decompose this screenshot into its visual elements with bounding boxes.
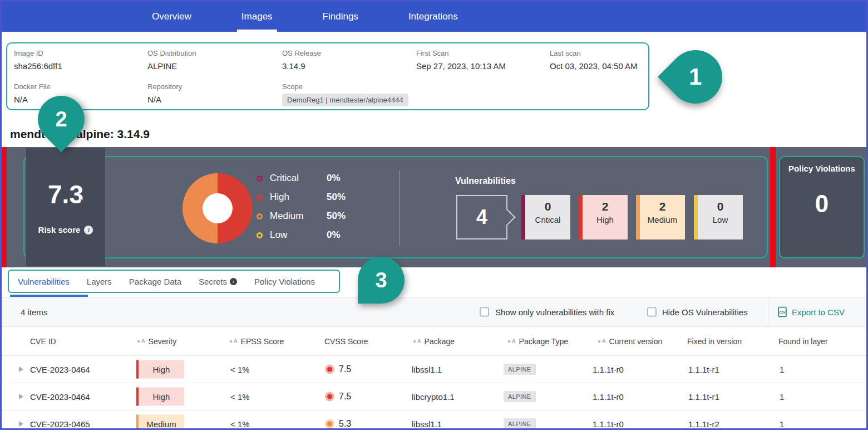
found-in-layer: 1 (780, 419, 784, 429)
row-expander-icon[interactable] (19, 367, 23, 372)
annotation-marker-1: 1 (658, 39, 733, 115)
fix-filter-checkbox[interactable] (480, 307, 489, 317)
items-count: 4 items (21, 307, 47, 317)
field-value: Oct 03, 2023, 04:50 AM (550, 61, 638, 71)
image-metadata-panel: Image ID sha256:6dff1 OS Distribution AL… (6, 42, 649, 110)
cve-id[interactable]: CVE-2023-0465 (30, 419, 90, 429)
field-value: N/A (147, 95, 182, 104)
filter-icon[interactable]: ▼A (507, 339, 516, 344)
legend-percent: 0% (327, 229, 341, 241)
risk-score-box: 7.3 Risk score i (26, 148, 105, 266)
severity-badge: Medium (136, 415, 184, 430)
col-current-version[interactable]: ▼A Current version (597, 337, 662, 346)
legend-label: Low (270, 229, 327, 241)
legend-label: Critical (270, 173, 327, 184)
found-in-layer: 1 (780, 365, 784, 374)
cve-id[interactable]: CVE-2023-0464 (30, 365, 90, 374)
detail-tabs: Vulnerabilities Layers Package Data Secr… (2, 267, 866, 297)
info-icon[interactable]: i (230, 278, 237, 285)
tab-policy-violations[interactable]: Policy Violations (254, 277, 315, 286)
risk-level-bar-right (770, 147, 776, 267)
nav-tab-overview[interactable]: Overview (152, 2, 191, 32)
legend-percent: 50% (327, 211, 346, 222)
risk-level-bar-left (2, 147, 7, 267)
tab-secrets-label: Secrets (199, 277, 227, 286)
export-csv-button[interactable]: CSV Export to CSV (777, 306, 845, 317)
field-scope: Scope DemoReg1 | mendtester/alpine4444 (282, 82, 408, 106)
field-label: Image ID (14, 49, 62, 57)
policy-violations-title: Policy Violations (780, 164, 864, 173)
os-filter-checkbox[interactable] (647, 307, 657, 317)
fixed-version: 1.1.1t-r2 (688, 419, 719, 429)
filter-icon[interactable]: ▼A (412, 339, 421, 344)
row-expander-icon[interactable] (19, 421, 23, 427)
severity-donut-chart (183, 173, 253, 243)
field-label: Scope (282, 82, 408, 91)
legend-item-high: High 50% (257, 190, 346, 204)
app-window: Overview Images Findings Integrations Im… (0, 0, 868, 430)
high-dot-icon (257, 194, 263, 201)
table-row[interactable]: CVE-2023-0464 High < 1% 7.5 libcrypto1.1… (2, 383, 866, 411)
severity-legend: Critical 0% High 50% Medium 50% Low 0% (257, 172, 346, 247)
package-name: libssl1.1 (412, 365, 442, 374)
field-label: Last scan (550, 49, 638, 57)
cve-id[interactable]: CVE-2023-0464 (30, 392, 90, 402)
count-value: 2 (640, 200, 685, 213)
filter-icon[interactable]: ▼A (229, 339, 238, 344)
export-csv-label: Export to CSV (792, 307, 845, 317)
tab-vulnerabilities[interactable]: Vulnerabilities (18, 277, 70, 286)
nav-tab-images[interactable]: Images (241, 2, 273, 32)
info-icon[interactable]: i (84, 226, 93, 234)
nav-tab-findings[interactable]: Findings (323, 2, 358, 32)
top-navigation: Overview Images Findings Integrations (2, 2, 866, 32)
critical-dot-icon (257, 175, 263, 182)
count-label: High (583, 215, 628, 224)
cvss-score: 7.5 (339, 392, 351, 402)
table-row[interactable]: CVE-2023-0465 Medium < 1% 5.3 libssl1.1 … (2, 411, 866, 430)
col-fixed-in-version[interactable]: Fixed in version (687, 337, 742, 346)
risk-score-label: Risk score (38, 225, 81, 234)
field-label: First Scan (416, 49, 506, 57)
field-image-id: Image ID sha256:6dff1 (14, 49, 62, 71)
col-package[interactable]: ▼A Package (412, 337, 455, 346)
row-expander-icon[interactable] (19, 394, 23, 399)
field-label: OS Distribution (147, 49, 196, 57)
vulnerabilities-total-box: 4 (456, 195, 507, 240)
risk-summary-panel: 7.3 Risk score i Critical 0% High 50% Me… (2, 147, 866, 267)
field-value: sha256:6dff1 (14, 61, 62, 71)
col-severity[interactable]: ▼A Severity (136, 337, 176, 346)
csv-icon: CSV (777, 306, 788, 317)
legend-percent: 0% (327, 173, 341, 184)
legend-percent: 50% (327, 192, 346, 203)
tab-layers[interactable]: Layers (87, 277, 112, 286)
nav-tab-integrations[interactable]: Integrations (408, 2, 458, 32)
tab-package-data[interactable]: Package Data (129, 277, 181, 286)
low-dot-icon (257, 232, 263, 238)
field-first-scan: First Scan Sep 27, 2023, 10:13 AM (416, 49, 506, 71)
filter-icon[interactable]: ▼A (136, 339, 145, 344)
low-count-box: 0 Low (694, 195, 743, 240)
col-found-in-layer[interactable]: Found in layer (778, 337, 828, 346)
filter-icon[interactable]: ▼A (597, 339, 606, 344)
col-cvss-score[interactable]: CVSS Score (324, 337, 368, 346)
cvss-severity-icon (325, 365, 334, 374)
table-toolbar: 4 items Show only vulnerabilities with f… (2, 297, 866, 327)
risk-score-arrow-icon (81, 199, 90, 213)
cvss-severity-icon (325, 392, 334, 402)
svg-text:CSV: CSV (779, 311, 786, 314)
col-cve-id[interactable]: CVE ID (30, 337, 56, 346)
legend-item-low: Low 0% (257, 228, 346, 242)
field-docker-file: Docker File N/A (14, 82, 51, 104)
high-count-box: 2 High (579, 195, 628, 240)
severity-badge: High (136, 388, 184, 406)
legend-label: Medium (270, 211, 327, 222)
severity-badge: High (136, 360, 184, 379)
table-row[interactable]: CVE-2023-0464 High < 1% 7.5 libssl1.1 AL… (2, 356, 866, 383)
os-filter-label: Hide OS Vulnerabilities (662, 307, 748, 317)
epss-score: < 1% (230, 365, 250, 374)
risk-score-value: 7.3 (48, 179, 83, 209)
col-package-type[interactable]: ▼A Package Type (507, 337, 568, 346)
tab-secrets[interactable]: Secrets i (199, 277, 237, 286)
col-epss-score[interactable]: ▼A EPSS Score (229, 337, 284, 346)
policy-violations-box: Policy Violations 0 (779, 156, 865, 258)
